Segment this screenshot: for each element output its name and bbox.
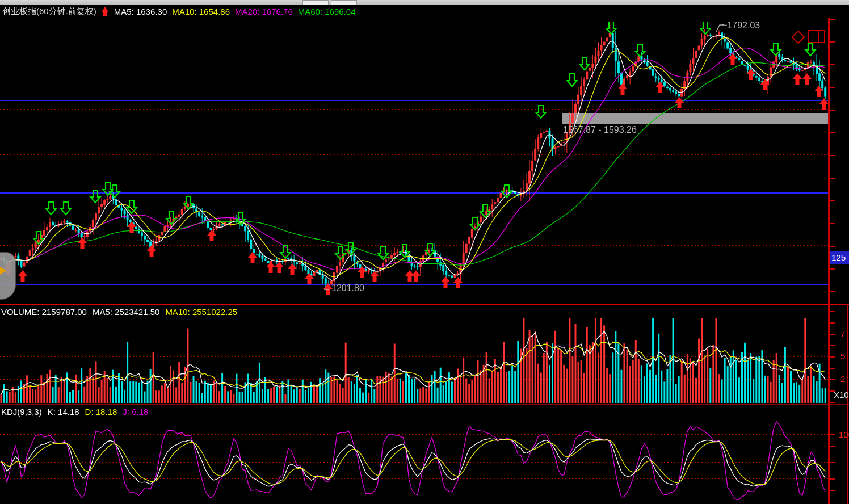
ma20-readout: MA20: 1676.76 bbox=[235, 7, 293, 16]
kdj-k-readout: K: 14.18 bbox=[48, 407, 79, 417]
volume-pane-header: VOLUME: 2159787.00 MA5: 2523421.50 MA10:… bbox=[1, 307, 237, 317]
price-tag-label: 125 bbox=[830, 251, 849, 264]
tab-stub-1[interactable] bbox=[302, 0, 329, 5]
volume-ma5-readout: MA5: 2523421.50 bbox=[93, 307, 159, 317]
kdj-label: KDJ(9,3,3) bbox=[1, 407, 42, 417]
volume-readout: VOLUME: 2159787.00 bbox=[1, 307, 87, 317]
cursor-artifact bbox=[0, 252, 17, 299]
ma60-readout: MA60: 1696.04 bbox=[298, 7, 356, 16]
peak-price-annotation: ~1792.03 bbox=[722, 20, 760, 31]
kdj-j-readout: J: 6.18 bbox=[123, 407, 148, 417]
kdj-pane-header: KDJ(9,3,3) K: 14.18 D: 18.18 J: 6.18 bbox=[1, 407, 148, 417]
volume-unit-label: X10 bbox=[834, 390, 849, 400]
kdj-axis-label-100: 100 bbox=[839, 430, 849, 439]
window-top-strip bbox=[0, 0, 849, 5]
volume-axis-label-2: 2 bbox=[840, 374, 845, 384]
orange-arrow-icon bbox=[0, 267, 6, 275]
chart-window: 创业板指(60分钟.前复权) MA5: 1636.30 MA10: 1654.8… bbox=[0, 0, 849, 504]
kdj-d-readout: D: 18.18 bbox=[85, 407, 117, 417]
volume-axis-label-7: 7 bbox=[840, 329, 845, 338]
volume-axis-label-5: 5 bbox=[840, 351, 845, 361]
split-window-icon[interactable] bbox=[808, 30, 825, 43]
gap-range-annotation: 1567.87 - 1593.26 bbox=[563, 125, 637, 135]
price-pane-header: 创业板指(60分钟.前复权) MA5: 1636.30 MA10: 1654.8… bbox=[2, 6, 356, 17]
tab-stub-2[interactable] bbox=[331, 0, 357, 5]
low-price-annotation: ←1201.80 bbox=[322, 283, 364, 293]
ma10-readout: MA10: 1654.86 bbox=[172, 7, 230, 16]
ma5-readout: MA5: 1636.30 bbox=[114, 7, 167, 16]
volume-ma10-readout: MA10: 2551022.25 bbox=[165, 307, 237, 317]
up-arrow-icon bbox=[102, 7, 109, 16]
symbol-title: 创业板指(60分钟.前复权) bbox=[2, 6, 96, 17]
chart-canvas[interactable] bbox=[0, 0, 849, 504]
